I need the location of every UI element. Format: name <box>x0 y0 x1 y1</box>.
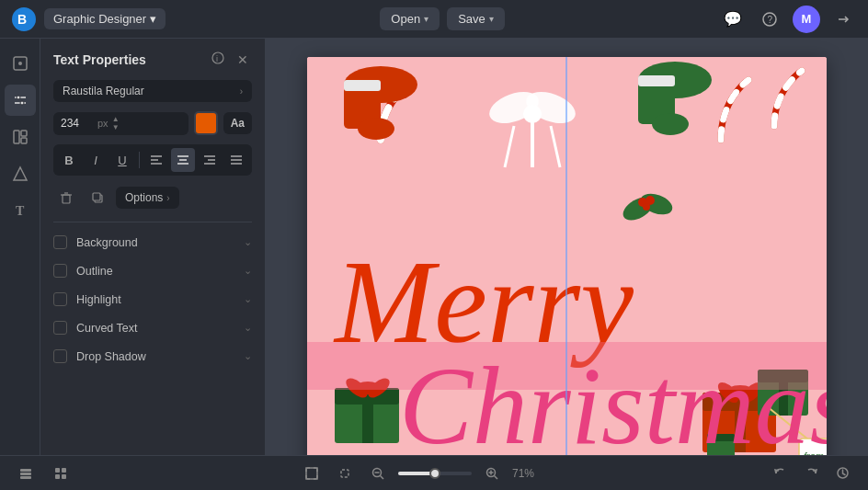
panel-header: Text Properties i ✕ <box>40 39 265 76</box>
nav-layout-icon[interactable] <box>5 121 36 153</box>
topbar-right: 💬 ? M <box>719 6 857 33</box>
svg-rect-85 <box>306 468 317 479</box>
curved-text-expand-icon: ⌄ <box>244 322 252 334</box>
avatar[interactable]: M <box>793 6 820 33</box>
svg-point-5 <box>18 62 22 65</box>
prop-background[interactable]: Background ⌄ <box>40 228 265 256</box>
svg-point-53 <box>643 203 650 211</box>
align-left-button[interactable] <box>144 148 168 172</box>
help-icon-button[interactable]: ? <box>756 6 783 33</box>
undo-button[interactable] <box>767 461 793 486</box>
zoom-slider[interactable] <box>398 472 472 475</box>
svg-point-7 <box>17 96 20 99</box>
outline-checkbox[interactable] <box>53 264 67 278</box>
svg-text:Christmas: Christmas <box>399 345 827 455</box>
properties-panel: Text Properties i ✕ Raustila Regular › p… <box>40 39 266 455</box>
more-options-button[interactable] <box>829 6 857 33</box>
prop-drop-shadow[interactable]: Drop Shadow ⌄ <box>40 342 265 370</box>
app-logo-icon: B <box>11 6 37 32</box>
svg-text:?: ? <box>767 15 772 25</box>
drop-shadow-checkbox[interactable] <box>53 349 67 363</box>
delete-button[interactable] <box>53 185 79 211</box>
crop-button[interactable] <box>332 461 358 486</box>
prop-highlight[interactable]: Highlight ⌄ <box>40 285 265 313</box>
align-center-button[interactable] <box>171 148 195 172</box>
canvas-frame[interactable]: from Merry Christmas <box>307 57 827 455</box>
size-down-arrow[interactable]: ▼ <box>112 124 120 131</box>
prop-curved-text[interactable]: Curved Text ⌄ <box>40 313 265 342</box>
align-right-button[interactable] <box>198 148 222 172</box>
app-title-label: Graphic Designer <box>53 12 146 26</box>
svg-point-9 <box>20 101 24 105</box>
svg-rect-10 <box>14 131 19 143</box>
size-color-row: px ▲ ▼ Aa <box>53 111 252 135</box>
avatar-initials: M <box>802 12 812 26</box>
svg-rect-83 <box>55 474 60 479</box>
zoom-out-button[interactable] <box>365 461 391 486</box>
font-size-input[interactable] <box>61 117 94 130</box>
align-justify-button[interactable] <box>224 148 248 172</box>
prop-outline[interactable]: Outline ⌄ <box>40 256 265 285</box>
nav-adjust-icon[interactable] <box>5 85 36 116</box>
grid-button[interactable] <box>48 461 74 486</box>
actions-row: Options › <box>53 185 252 211</box>
topbar: B Graphic Designer ▾ Open ▾ Save ▾ 💬 ? M <box>0 0 868 39</box>
font-selector[interactable]: Raustila Regular › <box>53 80 252 102</box>
open-chevron: ▾ <box>424 14 428 24</box>
svg-text:T: T <box>16 204 25 218</box>
highlight-checkbox[interactable] <box>53 292 67 306</box>
svg-rect-38 <box>344 80 381 91</box>
open-label: Open <box>391 12 420 26</box>
open-button[interactable]: Open ▾ <box>380 7 440 30</box>
svg-point-37 <box>358 118 394 140</box>
layers-button[interactable] <box>13 461 39 486</box>
drop-shadow-label: Drop Shadow <box>76 350 244 363</box>
nav-text-icon[interactable]: T <box>5 195 36 226</box>
svg-rect-80 <box>20 476 31 479</box>
topbar-center: Open ▾ Save ▾ <box>380 7 504 30</box>
duplicate-button[interactable] <box>85 185 110 211</box>
svg-rect-82 <box>62 468 66 473</box>
svg-rect-84 <box>62 474 66 479</box>
curved-text-checkbox[interactable] <box>53 321 67 335</box>
svg-text:B: B <box>17 12 27 27</box>
nav-shapes-icon[interactable] <box>5 158 36 189</box>
underline-button[interactable]: U <box>110 148 134 172</box>
text-case-button[interactable]: Aa <box>223 112 252 134</box>
redo-button[interactable] <box>798 461 824 486</box>
svg-marker-13 <box>14 167 27 180</box>
svg-point-41 <box>652 113 689 135</box>
svg-line-91 <box>495 475 498 479</box>
panel-info-button[interactable]: i <box>208 50 228 69</box>
color-swatch[interactable] <box>194 111 218 135</box>
panel-close-button[interactable]: ✕ <box>234 50 252 69</box>
decorations-svg: from Merry Christmas <box>307 57 827 455</box>
fit-button[interactable] <box>299 461 325 486</box>
bottombar-left <box>13 461 74 486</box>
size-up-arrow[interactable]: ▲ <box>112 116 120 123</box>
panel-header-icons: i ✕ <box>208 50 252 69</box>
highlight-expand-icon: ⌄ <box>244 293 252 305</box>
outline-label: Outline <box>76 265 244 278</box>
nav-select-icon[interactable] <box>5 48 36 79</box>
app-title-button[interactable]: Graphic Designer ▾ <box>44 8 166 29</box>
svg-point-15 <box>212 52 223 63</box>
save-button[interactable]: Save ▾ <box>447 7 505 30</box>
properties-divider <box>53 222 252 222</box>
options-button[interactable]: Options › <box>116 187 179 209</box>
background-label: Background <box>76 236 244 249</box>
history-button[interactable] <box>829 461 855 486</box>
chat-icon-button[interactable]: 💬 <box>719 6 747 33</box>
font-size-input-wrap: px ▲ ▼ <box>53 112 188 135</box>
svg-rect-86 <box>341 470 348 477</box>
zoom-slider-thumb[interactable] <box>429 468 440 479</box>
background-expand-icon: ⌄ <box>244 236 252 248</box>
italic-button[interactable]: I <box>84 148 108 172</box>
svg-rect-33 <box>93 193 100 200</box>
svg-rect-78 <box>20 469 31 472</box>
card-content: from Merry Christmas <box>307 57 827 455</box>
bold-button[interactable]: B <box>57 148 81 172</box>
highlight-label: Highlight <box>76 293 244 306</box>
zoom-in-button[interactable] <box>479 461 505 486</box>
background-checkbox[interactable] <box>53 235 67 249</box>
